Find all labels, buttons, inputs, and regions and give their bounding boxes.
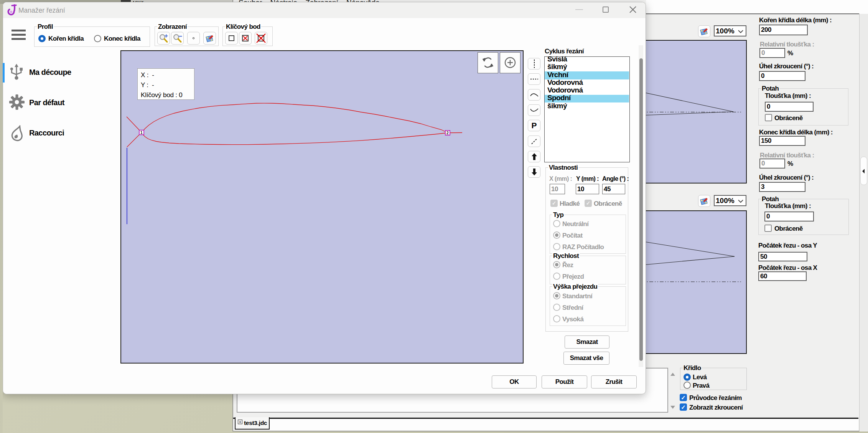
svg-text:1: 1 xyxy=(140,131,143,135)
svg-text:2: 2 xyxy=(446,131,449,135)
